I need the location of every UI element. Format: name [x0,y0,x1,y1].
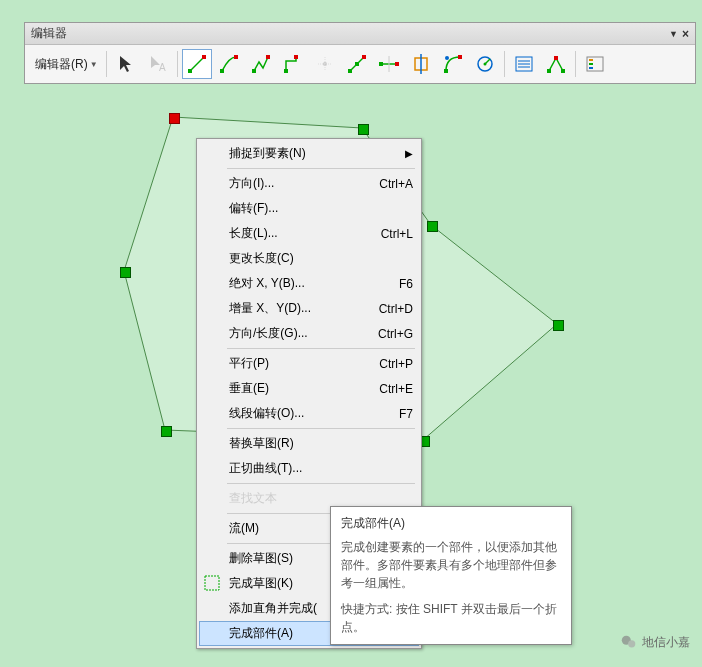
svg-rect-22 [444,69,448,73]
svg-rect-23 [458,55,462,59]
menu-tangent-curve[interactable]: 正切曲线(T)... [199,456,419,481]
menu-deflection[interactable]: 偏转(F)... [199,196,419,221]
svg-rect-32 [554,56,558,60]
tangent-arc-icon[interactable] [374,49,404,79]
svg-rect-7 [266,55,270,59]
svg-rect-37 [589,67,593,69]
svg-rect-19 [395,62,399,66]
svg-rect-14 [355,62,359,66]
svg-point-26 [483,63,486,66]
svg-text:A: A [159,62,166,73]
tooltip-body: 完成创建要素的一个部件，以便添加其他部件。多部件要素具有多个地理部件但参考一组属… [341,538,561,592]
vertex[interactable] [358,124,369,135]
menu-change-length[interactable]: 更改长度(C) [199,246,419,271]
editor-toolbar: 编辑器 ▼ × 编辑器(R) ▼ A [24,22,696,84]
menu-abs-xy[interactable]: 绝对 X, Y(B)...F6 [199,271,419,296]
tooltip-shortcut: 快捷方式: 按住 SHIFT 并双击最后一个折点。 [341,600,561,636]
svg-rect-15 [362,55,366,59]
svg-rect-4 [220,69,224,73]
menu-length[interactable]: 长度(L)...Ctrl+L [199,221,419,246]
vertex[interactable] [427,221,438,232]
svg-rect-31 [547,69,551,73]
edit-vertices-icon[interactable] [541,49,571,79]
svg-rect-36 [589,63,593,65]
svg-rect-18 [379,62,383,66]
finish-sketch-icon [203,574,221,592]
svg-rect-35 [589,59,593,61]
chevron-down-icon: ▼ [90,60,98,69]
midpoint-icon [310,49,340,79]
menu-dir-len[interactable]: 方向/长度(G)...Ctrl+G [199,321,419,346]
svg-rect-8 [284,69,288,73]
svg-rect-2 [188,69,192,73]
sketch-properties-icon[interactable] [509,49,539,79]
vertex[interactable] [120,267,131,278]
svg-rect-33 [561,69,565,73]
wechat-icon [620,633,638,651]
arc-end-icon[interactable] [214,49,244,79]
svg-rect-9 [294,55,298,59]
trace-icon[interactable] [246,49,276,79]
edit-annotation-icon: A [143,49,173,79]
intersection-icon[interactable] [406,49,436,79]
toolbar-close-icon[interactable]: × [682,27,689,41]
right-angle-icon[interactable] [278,49,308,79]
menu-snap[interactable]: 捕捉到要素(N)▶ [199,141,419,166]
vertex-start[interactable] [169,113,180,124]
svg-rect-6 [252,69,256,73]
tooltip: 完成部件(A) 完成创建要素的一个部件，以便添加其他部件。多部件要素具有多个地理… [330,506,572,645]
bezier-icon[interactable] [438,49,468,79]
svg-point-40 [628,640,635,647]
toolbar-titlebar: 编辑器 ▼ × [25,23,695,45]
svg-point-24 [445,56,449,60]
submenu-arrow-icon: ▶ [405,148,413,159]
svg-rect-5 [234,55,238,59]
editor-btn-label: 编辑器(R) [35,56,88,73]
edit-tool-icon[interactable] [111,49,141,79]
straight-line-icon[interactable] [182,49,212,79]
end-point-arc-icon[interactable] [342,49,372,79]
direction-distance-icon[interactable] [470,49,500,79]
editor-dropdown[interactable]: 编辑器(R) ▼ [31,53,102,76]
menu-replace-sketch[interactable]: 替换草图(R) [199,431,419,456]
vertex[interactable] [161,426,172,437]
create-features-icon[interactable] [580,49,610,79]
svg-line-1 [190,57,204,71]
svg-rect-38 [205,576,219,590]
menu-seg-def[interactable]: 线段偏转(O)...F7 [199,401,419,426]
toolbar-menu-icon[interactable]: ▼ [669,29,678,39]
watermark-text: 地信小嘉 [642,634,690,651]
menu-perp[interactable]: 垂直(E)Ctrl+E [199,376,419,401]
vertex[interactable] [553,320,564,331]
toolbar-title-text: 编辑器 [31,25,67,42]
svg-rect-13 [348,69,352,73]
menu-parallel[interactable]: 平行(P)Ctrl+P [199,351,419,376]
svg-rect-3 [202,55,206,59]
watermark: 地信小嘉 [620,633,690,651]
tooltip-title: 完成部件(A) [341,515,561,532]
menu-delta-xy[interactable]: 增量 X、Y(D)...Ctrl+D [199,296,419,321]
menu-direction[interactable]: 方向(I)...Ctrl+A [199,171,419,196]
